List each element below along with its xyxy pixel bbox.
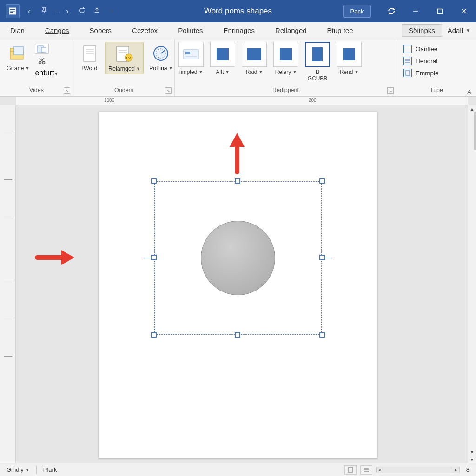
resize-handle-tr[interactable] — [319, 178, 325, 184]
tab-adall-label: Adall — [448, 26, 463, 34]
horizontal-ruler[interactable]: 1000 200 — [16, 97, 468, 105]
horizontal-scrollbar[interactable]: ◂ ▸ — [376, 467, 460, 473]
status-plark-label: Plark — [43, 466, 57, 473]
emmple-button[interactable]: Emmple — [403, 69, 439, 77]
girane-button[interactable]: Girane▼ — [4, 42, 32, 73]
touch-mode-icon[interactable] — [92, 7, 102, 16]
tab-canges[interactable]: Canges — [35, 22, 79, 39]
group-label-onders: Onders — [114, 87, 133, 93]
dialog-launcher-icon[interactable]: ↘ — [64, 87, 70, 94]
group-label-redippent: Redippent — [272, 87, 299, 93]
mid-connector-right — [324, 258, 332, 258]
annotation-arrow-right-icon — [34, 248, 74, 267]
dialog-launcher-icon[interactable]: ↘ — [387, 87, 394, 94]
shape-selection[interactable] — [154, 181, 322, 335]
resize-handle-bm[interactable] — [235, 332, 240, 338]
oanltee-label: Oanltee — [416, 46, 437, 53]
doc-icon — [403, 69, 412, 77]
title-bar: ‹ – › ▾ Word poms shapes Pack — [0, 0, 476, 22]
resize-handle-tm[interactable] — [235, 178, 240, 184]
iword-button[interactable]: IWord — [77, 42, 102, 73]
girane-label: Girane — [7, 65, 24, 72]
vertical-ruler[interactable] — [0, 105, 16, 463]
shape-alft[interactable] — [210, 42, 235, 67]
resize-handle-bl[interactable] — [151, 332, 157, 338]
tab-rellanged[interactable]: Rellanged — [265, 22, 317, 39]
ribbon-group-vides: Girane▼ enturt▼ Vides ↘ — [0, 39, 73, 96]
nav-forward-icon[interactable]: › — [62, 7, 73, 16]
gauge-icon — [151, 44, 171, 63]
hscroll-left-icon[interactable]: ◂ — [377, 467, 383, 473]
view-read-mode-icon[interactable] — [360, 465, 372, 475]
paste-small-button[interactable] — [35, 44, 49, 54]
shape-relery[interactable] — [273, 42, 298, 67]
ribbon: Girane▼ enturt▼ Vides ↘ I — [0, 39, 476, 97]
vertical-scrollbar[interactable]: ▲ ▼ ▾ — [468, 105, 476, 463]
sync-icon[interactable] — [379, 0, 403, 22]
hscroll-right-icon[interactable]: ▸ — [453, 467, 459, 473]
potfina-button[interactable]: Potfina▼ — [146, 42, 176, 73]
app-icon[interactable] — [6, 4, 20, 18]
status-count[interactable]: 8 — [463, 466, 472, 473]
square-icon — [403, 45, 412, 53]
ruler-mark: 200 — [309, 98, 317, 103]
view-print-layout-icon[interactable] — [344, 465, 357, 475]
pack-button[interactable]: Pack — [343, 5, 371, 18]
dialog-launcher-icon[interactable]: ↘ — [165, 87, 172, 94]
resize-handle-tl[interactable] — [151, 178, 157, 184]
scroll-thumb[interactable] — [474, 112, 476, 150]
tab-cezefox[interactable]: Cezefox — [122, 22, 168, 39]
cut-icon[interactable] — [35, 56, 49, 66]
document-workspace: 1000 200 — [0, 97, 476, 463]
shape-label: B GCUBB — [305, 69, 330, 82]
tab-enrinages[interactable]: Enrinages — [213, 22, 265, 39]
chevron-down-icon: ▼ — [258, 70, 263, 74]
refresh-icon[interactable] — [77, 7, 87, 16]
resize-handle-br[interactable] — [319, 332, 325, 338]
oanltee-button[interactable]: Oanltee — [403, 45, 439, 53]
svg-rect-12 — [41, 47, 46, 52]
tab-dian[interactable]: Dian — [0, 22, 35, 39]
circle-shape[interactable] — [201, 221, 275, 295]
page-icon — [80, 44, 99, 63]
scroll-up-icon[interactable]: ▲ — [469, 105, 476, 112]
shape-rend[interactable] — [337, 42, 362, 67]
relamged-label: Relamged — [108, 66, 135, 72]
ribbon-group-redippent: Iimpled▼ Alft▼ Raid▼ Relery▼ B GCUBB Ren… — [175, 39, 397, 96]
close-button[interactable] — [452, 0, 476, 22]
shape-raid[interactable] — [242, 42, 267, 67]
minimize-button[interactable] — [403, 0, 428, 22]
chevron-down-icon: ▼ — [169, 66, 173, 71]
qat-more-icon[interactable]: ▾ — [107, 9, 117, 13]
nav-back-icon[interactable]: ‹ — [24, 7, 34, 16]
document-page[interactable] — [99, 112, 377, 458]
svg-rect-38 — [348, 468, 353, 472]
separator: – — [54, 7, 58, 15]
shape-label: Iimpled — [179, 69, 198, 75]
tab-poliutes[interactable]: Poliutes — [168, 22, 213, 39]
shape-iimpled[interactable] — [178, 42, 204, 67]
chevron-down-icon: ▼ — [54, 72, 58, 76]
emmple-label: Emmple — [416, 70, 439, 77]
svg-rect-1 — [10, 9, 15, 10]
ruler-mark: 1000 — [104, 98, 114, 103]
window-controls: Pack — [343, 0, 476, 22]
ribbon-corner-letter: A — [467, 88, 471, 95]
chevron-down-icon: ▼ — [466, 28, 470, 33]
potfina-label: Potfina — [149, 65, 167, 72]
maximize-button[interactable] — [428, 0, 452, 22]
pin-icon[interactable] — [39, 7, 49, 16]
tab-sobers[interactable]: Sobers — [79, 22, 122, 39]
hendral-button[interactable]: Hendral — [403, 57, 439, 65]
tab-adall[interactable]: Adall ▼ — [442, 22, 476, 39]
scroll-down2-icon[interactable]: ▾ — [469, 456, 476, 463]
resize-handle-lm[interactable] — [151, 255, 157, 260]
folder-icon — [8, 44, 28, 63]
relamged-button[interactable]: C4 Relamged▼ — [105, 42, 144, 74]
status-plark[interactable]: Plark — [40, 466, 60, 473]
tab-soiinpks[interactable]: Söiinpks — [402, 24, 442, 37]
scroll-down-icon[interactable]: ▼ — [469, 448, 476, 456]
shape-bgcubb[interactable] — [305, 42, 330, 67]
tab-btuptee[interactable]: Btup tee — [317, 22, 364, 39]
status-gindly[interactable]: Gindly▼ — [4, 466, 33, 473]
